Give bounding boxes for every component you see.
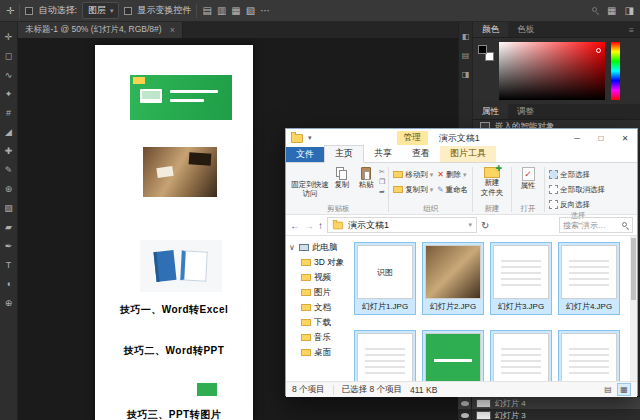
select-all-button[interactable]: 全部选择 — [547, 168, 609, 181]
brush-tool[interactable]: ✎ — [1, 163, 17, 178]
auto-select-dropdown[interactable]: 图层▾ — [82, 2, 120, 19]
file-item[interactable] — [490, 330, 552, 381]
tab-file[interactable]: 文件 — [286, 147, 324, 162]
tab-home[interactable]: 主页 — [324, 145, 364, 163]
tab-share[interactable]: 共享 — [364, 146, 402, 162]
details-view-button[interactable]: ▤ — [601, 383, 615, 396]
layer-row[interactable]: 幻灯片 3 — [458, 409, 640, 420]
delete-button[interactable]: ✕删除▾ — [435, 168, 470, 181]
tab-view[interactable]: 查看 — [402, 146, 440, 162]
marquee-tool[interactable]: ◻ — [1, 49, 17, 64]
hand-tool[interactable]: ◖ — [1, 277, 17, 292]
select-none-button[interactable]: 全部取消选择 — [547, 183, 609, 196]
properties-button[interactable]: ✓ 属性 — [514, 165, 542, 191]
layer-thumbnail[interactable] — [476, 411, 491, 420]
back-icon[interactable]: ← — [290, 220, 300, 231]
crop-tool[interactable]: # — [1, 106, 17, 121]
cut-icon[interactable]: ✂ — [379, 168, 385, 176]
sidebar-item-downloads[interactable]: 下载 — [286, 315, 352, 330]
chevron-down-icon[interactable]: ▾ — [468, 221, 472, 229]
sidebar-item-this-pc[interactable]: ∨此电脑 — [286, 240, 352, 255]
more-options-icon[interactable]: ⋯ — [260, 1, 270, 21]
copy-path-icon[interactable]: ❐ — [379, 178, 385, 186]
file-item[interactable] — [422, 330, 484, 381]
breadcrumb[interactable]: 演示文稿1 ▾ — [327, 217, 477, 233]
thumbnail-view-button[interactable]: ▦ — [617, 383, 631, 396]
distribute-icon[interactable]: ▧ — [246, 1, 255, 21]
tab-picture-tools[interactable]: 图片工具 — [440, 146, 496, 162]
paste-button[interactable]: 粘贴 — [354, 165, 378, 190]
layer-name[interactable]: 幻灯片 4 — [495, 398, 526, 409]
copy-to-button[interactable]: 复制到▾ — [391, 183, 435, 196]
forward-icon[interactable]: → — [304, 220, 314, 231]
visibility-toggle[interactable] — [458, 397, 472, 409]
paste-shortcut-icon[interactable]: ➦ — [379, 188, 385, 196]
file-item[interactable]: 幻灯片2.JPG — [422, 242, 484, 315]
quick-selection-tool[interactable]: ✦ — [1, 87, 17, 102]
tab-adjustments[interactable]: 调整 — [508, 104, 543, 119]
panel-toggle-icon[interactable]: ◨ — [625, 1, 634, 21]
move-tool-preset-icon[interactable]: ✛ — [6, 1, 14, 21]
tab-properties[interactable]: 属性 — [473, 104, 508, 119]
sidebar-item-documents[interactable]: 文档 — [286, 300, 352, 315]
align-right-icon[interactable]: ▦ — [231, 1, 240, 21]
healing-tool[interactable]: ✚ — [1, 144, 17, 159]
foreground-background-swatch[interactable] — [478, 45, 494, 61]
sidebar-item-3d-objects[interactable]: 3D 对象 — [286, 255, 352, 270]
history-panel-icon[interactable]: ◨ — [462, 70, 470, 79]
clone-stamp-tool[interactable]: ⊛ — [1, 182, 17, 197]
move-tool[interactable]: ✛ — [1, 30, 17, 45]
file-item[interactable] — [354, 330, 416, 381]
quick-access-chevron-icon[interactable]: ▾ — [308, 134, 312, 142]
new-folder-button[interactable]: ✚ 新建 文件夹 — [475, 165, 509, 197]
expand-chevron-icon[interactable]: ∨ — [289, 243, 296, 252]
eyedropper-tool[interactable]: ◢ — [1, 125, 17, 140]
color-picker-dot[interactable] — [596, 48, 601, 53]
align-left-icon[interactable]: ▤ — [202, 1, 211, 21]
layer-name[interactable]: 幻灯片 3 — [495, 410, 526, 420]
pen-tool[interactable]: ✒ — [1, 239, 17, 254]
gradient-tool[interactable]: ▰ — [1, 220, 17, 235]
search-icon[interactable] — [592, 7, 599, 14]
show-transform-checkbox[interactable] — [124, 7, 132, 15]
tab-color[interactable]: 颜色 — [473, 22, 508, 37]
document-tab[interactable]: 未标题-1 @ 50% (幻灯片4, RGB/8#) × — [18, 22, 183, 38]
invert-selection-button[interactable]: 反向选择 — [547, 198, 609, 211]
align-center-icon[interactable]: ▥ — [217, 1, 226, 21]
properties-panel-icon[interactable]: ◧ — [462, 32, 470, 41]
close-tab-icon[interactable]: × — [170, 25, 175, 35]
info-panel-icon[interactable]: ▤ — [462, 51, 470, 60]
file-item[interactable] — [558, 330, 620, 381]
scrollbar-thumb[interactable] — [631, 238, 636, 300]
type-tool[interactable]: T — [1, 258, 17, 273]
search-input[interactable]: 搜索"演示… — [559, 217, 633, 233]
sidebar-item-pictures[interactable]: 图片 — [286, 285, 352, 300]
sidebar-item-desktop[interactable]: 桌面 — [286, 345, 352, 360]
saturation-field[interactable] — [499, 42, 605, 100]
pin-to-quick-access-button[interactable]: 固定到快速访问 — [290, 165, 330, 198]
move-to-button[interactable]: 移动到▾ — [391, 168, 435, 181]
file-item[interactable]: 幻灯片4.JPG — [558, 242, 620, 315]
lasso-tool[interactable]: ∿ — [1, 68, 17, 83]
sidebar-item-music[interactable]: 音乐 — [286, 330, 352, 345]
maximize-button[interactable]: □ — [589, 129, 613, 147]
rename-button[interactable]: ✎重命名 — [435, 183, 470, 196]
layer-thumbnail[interactable] — [476, 399, 491, 408]
zoom-tool[interactable]: ⊕ — [1, 296, 17, 311]
sidebar-item-videos[interactable]: 视频 — [286, 270, 352, 285]
workspace-icon[interactable]: ▦ — [607, 1, 616, 21]
refresh-icon[interactable]: ↻ — [481, 220, 489, 231]
layer-row[interactable]: 幻灯片 4 — [458, 397, 640, 409]
hue-slider[interactable] — [611, 42, 620, 100]
minimize-button[interactable]: ─ — [565, 129, 589, 147]
eraser-tool[interactable]: ▨ — [1, 201, 17, 216]
tab-swatches[interactable]: 色板 — [508, 22, 543, 37]
close-button[interactable]: ✕ — [613, 129, 637, 147]
scrollbar[interactable] — [630, 236, 637, 381]
visibility-toggle[interactable] — [458, 409, 472, 420]
up-icon[interactable]: ↑ — [318, 220, 323, 231]
file-item[interactable]: 识图 幻灯片1.JPG — [354, 242, 416, 315]
auto-select-checkbox[interactable] — [25, 7, 33, 15]
breadcrumb-path[interactable]: 演示文稿1 — [348, 219, 389, 232]
panel-menu-icon[interactable]: ≡ — [623, 22, 640, 37]
